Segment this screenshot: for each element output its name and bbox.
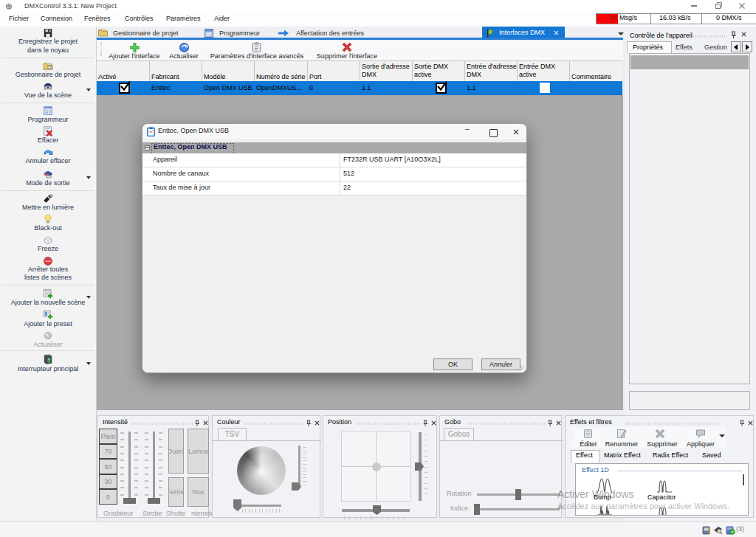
svg-text:STOP: STOP [46,260,51,263]
